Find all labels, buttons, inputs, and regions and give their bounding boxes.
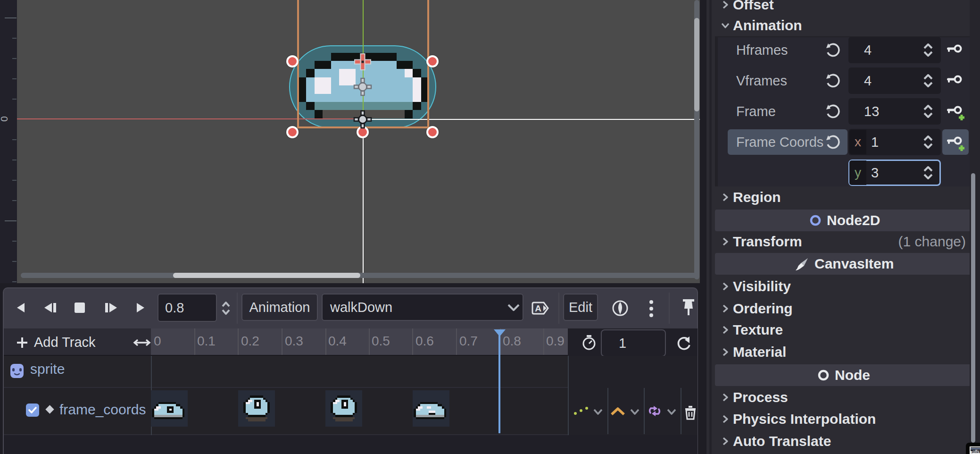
svg-text:A: A <box>535 303 541 313</box>
